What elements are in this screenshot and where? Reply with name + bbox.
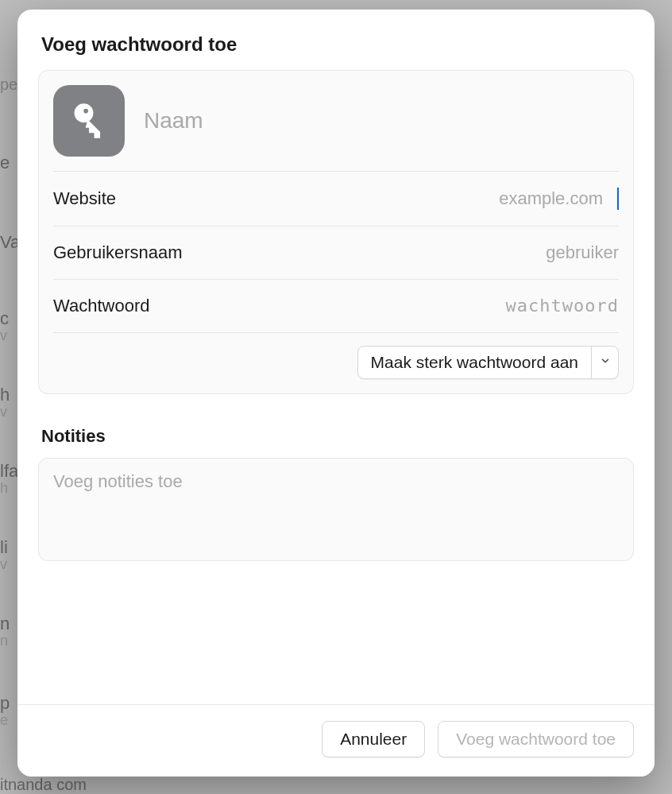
add-password-dialog: Voeg wachtwoord toe Website Gebrui [17, 10, 655, 777]
username-row: Gebruikersnaam [53, 226, 619, 279]
password-input[interactable] [165, 296, 619, 316]
dialog-footer: Annuleer Voeg wachtwoord toe [17, 704, 655, 777]
website-input[interactable] [132, 188, 603, 209]
password-label: Wachtwoord [53, 296, 149, 316]
notes-input[interactable] [53, 471, 619, 543]
generate-password-dropdown[interactable] [591, 347, 618, 378]
generate-password-split-button: Maak sterk wachtwoord aan [357, 346, 619, 379]
name-row [53, 71, 619, 171]
credentials-card: Website Gebruikersnaam Wachtwoord Maak s… [38, 70, 634, 394]
dialog-title: Voeg wachtwoord toe [41, 33, 634, 56]
username-input[interactable] [199, 242, 619, 263]
username-label: Gebruikersnaam [53, 242, 183, 263]
chevron-down-icon [600, 355, 611, 370]
website-row: Website [53, 171, 619, 226]
website-label: Website [53, 188, 116, 209]
add-password-button[interactable]: Voeg wachtwoord toe [438, 721, 634, 757]
notes-heading: Notities [41, 426, 634, 447]
password-row: Wachtwoord [53, 279, 619, 332]
name-input[interactable] [144, 108, 619, 134]
text-cursor [617, 188, 619, 210]
notes-card [38, 458, 634, 561]
generate-row: Maak sterk wachtwoord aan [53, 332, 619, 393]
svg-point-0 [75, 103, 94, 122]
svg-point-1 [83, 109, 88, 114]
key-icon [53, 85, 125, 157]
cancel-button[interactable]: Annuleer [322, 721, 425, 757]
generate-password-button[interactable]: Maak sterk wachtwoord aan [358, 347, 591, 378]
